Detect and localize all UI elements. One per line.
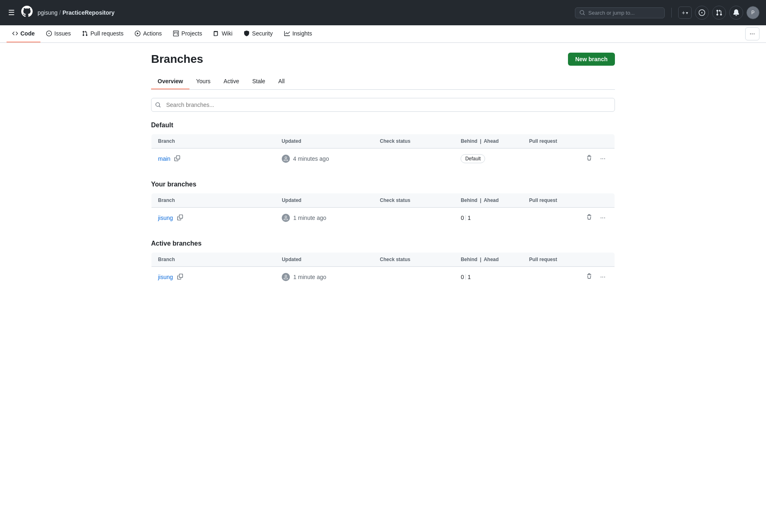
pull-requests-button[interactable] — [712, 6, 726, 20]
dropdown-arrow: ▾ — [686, 11, 688, 15]
check-status-cell — [373, 149, 454, 169]
your-updated-time: 1 minute ago — [293, 215, 326, 221]
col-check-header: Check status — [373, 134, 454, 149]
nav-item-actions[interactable]: Actions — [129, 25, 167, 42]
nav-item-pull-requests[interactable]: Pull requests — [76, 25, 129, 42]
notifications-button[interactable] — [729, 6, 743, 20]
actions-nav-icon — [135, 31, 140, 36]
delete-jisung-2-button[interactable] — [584, 272, 595, 282]
your-branches-header-row: Branch Updated Check status Behind | Ahe… — [151, 193, 615, 208]
tab-all[interactable]: All — [272, 74, 292, 89]
nav-actions-label: Actions — [143, 30, 162, 37]
active-divider-bar: | — [480, 257, 481, 262]
repo-owner[interactable]: pgisung — [38, 9, 58, 16]
your-col-check-header: Check status — [373, 193, 454, 208]
tab-active[interactable]: Active — [217, 74, 246, 89]
branch-more-options-button[interactable]: ··· — [598, 153, 608, 164]
branch-link-jisung-1[interactable]: jisung — [158, 215, 173, 221]
plus-icon: + — [682, 9, 685, 16]
behind-count-1: 0 — [461, 215, 464, 221]
new-branch-button[interactable]: New branch — [568, 53, 615, 66]
delete-branch-button[interactable] — [584, 153, 595, 164]
hamburger-menu-button[interactable]: ☰ — [7, 7, 16, 19]
your-committer-avatar — [282, 214, 290, 222]
repo-path: pgisung / PracticeRepository — [38, 9, 115, 16]
jisung-2-more-options-button[interactable]: ··· — [598, 272, 608, 282]
active-updated-time: 1 minute ago — [293, 274, 326, 280]
ahead-label: Ahead — [484, 138, 499, 144]
your-col-actions-header — [577, 193, 615, 208]
active-col-pr-header: Pull request — [523, 253, 577, 267]
branch-link-main[interactable]: main — [158, 155, 170, 162]
delete-jisung-1-button[interactable] — [584, 213, 595, 223]
active-branches-title: Active branches — [151, 240, 615, 247]
active-col-check-header: Check status — [373, 253, 454, 267]
wiki-nav-icon — [214, 31, 219, 36]
your-actions-cell: ··· — [577, 208, 615, 228]
active-branches-table: Branch Updated Check status Behind | Ahe… — [151, 252, 615, 288]
active-actions-cell: ··· — [577, 267, 615, 288]
your-behind-ahead-cell: 0 1 — [454, 208, 522, 228]
branch-name-cell: main — [151, 149, 275, 169]
nav-wiki-label: Wiki — [222, 30, 232, 37]
nav-projects-label: Projects — [181, 30, 202, 37]
nav-item-security[interactable]: Security — [238, 25, 278, 42]
search-container — [151, 98, 615, 112]
issues-button[interactable] — [695, 6, 709, 20]
behind-ahead-divider-1 — [465, 215, 466, 221]
active-ahead-label: Ahead — [484, 257, 499, 262]
projects-nav-icon — [173, 31, 179, 36]
tab-overview[interactable]: Overview — [151, 74, 189, 89]
branch-link-jisung-2[interactable]: jisung — [158, 274, 173, 280]
divider-bar: | — [480, 138, 481, 144]
copy-jisung-2-button[interactable] — [176, 272, 185, 282]
your-branches-title: Your branches — [151, 181, 615, 188]
trash-icon-jisung-2 — [586, 273, 592, 279]
tab-stale[interactable]: Stale — [246, 74, 272, 89]
col-actions-header — [577, 134, 615, 149]
active-updated-cell: 1 minute ago — [275, 267, 373, 288]
user-avatar[interactable]: P — [746, 6, 759, 19]
branch-search-input[interactable] — [151, 98, 615, 112]
nav-item-code[interactable]: Code — [7, 25, 40, 42]
active-committer-avatar — [282, 273, 290, 281]
ahead-count-2: 1 — [468, 274, 471, 280]
global-search[interactable]: Search or jump to... — [575, 7, 665, 18]
nav-item-insights[interactable]: Insights — [278, 25, 318, 42]
updated-time: 4 minutes ago — [293, 155, 329, 162]
your-branches-section: Your branches Branch Updated Check statu… — [151, 181, 615, 228]
your-col-pr-header: Pull request — [523, 193, 577, 208]
your-col-updated-header: Updated — [275, 193, 373, 208]
default-branch-table: Branch Updated Check status Behind | Ahe… — [151, 134, 615, 169]
repo-name[interactable]: PracticeRepository — [62, 9, 115, 16]
nav-item-wiki[interactable]: Wiki — [208, 25, 238, 42]
nav-item-projects[interactable]: Projects — [167, 25, 208, 42]
repo-nav-more-button[interactable]: ··· — [745, 27, 759, 40]
repo-navigation: Code Issues Pull requests Actions Projec… — [0, 25, 766, 43]
active-branch-name-cell: jisung — [151, 267, 276, 288]
active-branches-header-row: Branch Updated Check status Behind | Ahe… — [151, 253, 615, 267]
new-item-button[interactable]: + ▾ — [678, 7, 692, 19]
branch-search-icon — [155, 102, 161, 108]
default-badge: Default — [461, 154, 485, 163]
jisung-1-more-options-button[interactable]: ··· — [598, 213, 608, 223]
insights-nav-icon — [284, 31, 290, 36]
pr-nav-icon — [82, 31, 88, 36]
copy-jisung-1-button[interactable] — [176, 213, 185, 223]
main-content: Branches New branch Overview Yours Activ… — [138, 43, 628, 309]
tab-yours[interactable]: Yours — [189, 74, 217, 89]
col-behind-ahead-header: Behind | Ahead — [454, 134, 522, 149]
nav-issues-label: Issues — [54, 30, 71, 37]
pr-cell — [523, 149, 577, 169]
top-nav-actions: + ▾ P — [678, 6, 759, 20]
path-separator: / — [59, 9, 61, 16]
nav-item-issues[interactable]: Issues — [40, 25, 76, 42]
your-behind-label: Behind — [461, 197, 477, 203]
page-header: Branches New branch — [151, 53, 615, 66]
table-row: jisung 1 minute ago — [151, 267, 615, 288]
trash-icon-jisung-1 — [586, 214, 592, 220]
nav-code-label: Code — [20, 30, 35, 37]
copy-branch-name-button[interactable] — [173, 154, 182, 164]
github-logo — [21, 6, 33, 20]
active-check-cell — [373, 267, 454, 288]
